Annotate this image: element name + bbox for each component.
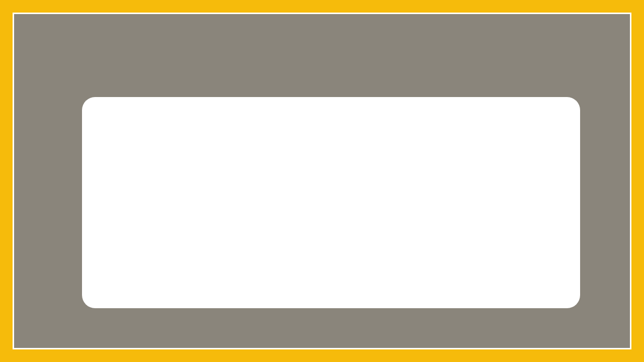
- org-chart-card: [82, 97, 580, 308]
- frame: [13, 13, 631, 349]
- connector-lines: [82, 97, 580, 308]
